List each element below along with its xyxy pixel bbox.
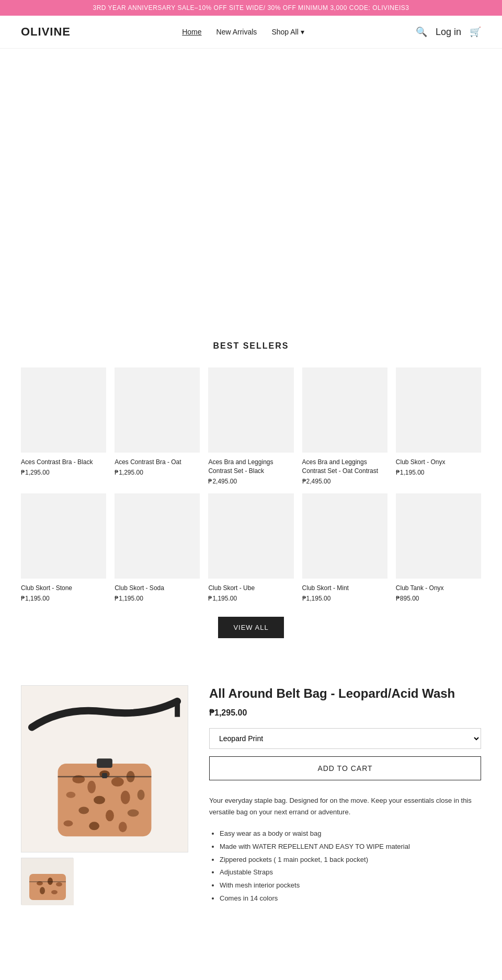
logo[interactable]: OLIVINE — [21, 25, 71, 39]
chevron-down-icon: ▾ — [301, 28, 304, 36]
svg-point-11 — [106, 810, 114, 821]
product-price: ₱895.00 — [396, 595, 481, 602]
product-description: Your everyday staple bag. Designed for o… — [209, 795, 481, 818]
featured-product-section: All Around Belt Bag - Leopard/Acid Wash … — [0, 675, 502, 926]
best-sellers-section: BEST SELLERS Aces Contrast Bra - Black ₱… — [0, 320, 502, 675]
svg-point-12 — [128, 809, 139, 816]
product-name: Aces Bra and Leggings Contrast Set - Bla… — [208, 458, 293, 476]
product-image — [208, 493, 293, 579]
svg-point-3 — [87, 781, 96, 793]
featured-images — [21, 685, 188, 905]
product-name: Club Skort - Onyx — [396, 458, 481, 467]
products-grid: Aces Contrast Bra - Black ₱1,295.00 Aces… — [21, 367, 481, 602]
product-features: Easy wear as a body or waist bagMade wit… — [209, 827, 481, 905]
feature-item-4: With mesh interior pockets — [220, 879, 481, 892]
feature-item-5: Comes in 14 colors — [220, 892, 481, 905]
svg-point-5 — [111, 777, 124, 787]
product-price: ₱1,195.00 — [396, 469, 481, 476]
nav-new-arrivals[interactable]: New Arrivals — [216, 28, 257, 36]
product-card-7[interactable]: Club Skort - Ube ₱1,195.00 — [208, 493, 293, 602]
product-name: Club Tank - Onyx — [396, 584, 481, 593]
product-name: Aces Contrast Bra - Oat — [115, 458, 200, 467]
add-to-cart-button[interactable]: ADD TO CART — [209, 756, 481, 780]
product-image — [396, 493, 481, 579]
announcement-text: 3RD YEAR ANNIVERSARY SALE–10% OFF SITE W… — [93, 4, 409, 11]
product-name: Aces Contrast Bra - Black — [21, 458, 106, 467]
svg-point-26 — [51, 890, 58, 894]
header-icons: 🔍 Log in 🛒 — [416, 26, 481, 38]
svg-point-25 — [40, 887, 45, 894]
product-image — [396, 367, 481, 453]
product-card-2[interactable]: Aces Bra and Leggings Contrast Set - Bla… — [208, 367, 293, 485]
svg-rect-19 — [97, 758, 112, 768]
svg-rect-18 — [102, 773, 107, 778]
svg-point-7 — [66, 792, 75, 798]
product-image — [208, 367, 293, 453]
product-card-1[interactable]: Aces Contrast Bra - Oat ₱1,295.00 — [115, 367, 200, 485]
feature-item-0: Easy wear as a body or waist bag — [220, 827, 481, 840]
product-card-4[interactable]: Club Skort - Onyx ₱1,195.00 — [396, 367, 481, 485]
product-price: ₱1,295.00 — [115, 469, 200, 476]
product-name: Club Skort - Mint — [302, 584, 387, 593]
product-image — [115, 367, 200, 453]
product-name: Club Skort - Stone — [21, 584, 106, 593]
nav-home[interactable]: Home — [182, 28, 201, 36]
product-card-6[interactable]: Club Skort - Soda ₱1,195.00 — [115, 493, 200, 602]
product-price: ₱2,495.00 — [208, 478, 293, 485]
product-price: ₱1,195.00 — [208, 595, 293, 602]
product-card-0[interactable]: Aces Contrast Bra - Black ₱1,295.00 — [21, 367, 106, 485]
svg-point-14 — [89, 822, 99, 830]
product-image — [21, 493, 106, 579]
product-name: Club Skort - Soda — [115, 584, 200, 593]
featured-thumbnail[interactable] — [21, 858, 73, 905]
main-nav: Home New Arrivals Shop All ▾ — [182, 28, 304, 36]
svg-point-10 — [78, 806, 89, 814]
nav-shop-all[interactable]: Shop All — [271, 28, 298, 36]
product-image — [302, 493, 387, 579]
product-price: ₱1,195.00 — [115, 595, 200, 602]
featured-details: All Around Belt Bag - Leopard/Acid Wash … — [209, 685, 481, 905]
svg-rect-21 — [29, 874, 66, 900]
product-price: ₱1,195.00 — [21, 595, 106, 602]
product-price: ₱1,195.00 — [302, 595, 387, 602]
svg-point-24 — [56, 882, 62, 886]
product-price: ₱2,495.00 — [302, 478, 387, 485]
variant-select[interactable]: Leopard Print Acid Wash — [209, 728, 481, 749]
feature-item-1: Made with WATER REPELLENT AND EASY TO WI… — [220, 840, 481, 854]
featured-product-title: All Around Belt Bag - Leopard/Acid Wash — [209, 685, 481, 701]
view-all-wrapper: VIEW ALL — [21, 617, 481, 638]
product-image — [21, 367, 106, 453]
svg-point-13 — [63, 820, 73, 826]
svg-point-15 — [119, 822, 127, 832]
product-card-5[interactable]: Club Skort - Stone ₱1,195.00 — [21, 493, 106, 602]
nav-shop-all-wrapper: Shop All ▾ — [271, 28, 304, 36]
feature-item-2: Zippered pockets ( 1 main pocket, 1 back… — [220, 854, 481, 867]
svg-point-23 — [48, 878, 53, 885]
header: OLIVINE Home New Arrivals Shop All ▾ 🔍 L… — [0, 16, 502, 49]
login-link[interactable]: Log in — [436, 27, 461, 38]
best-sellers-title: BEST SELLERS — [21, 341, 481, 351]
product-card-9[interactable]: Club Tank - Onyx ₱895.00 — [396, 493, 481, 602]
svg-point-8 — [94, 795, 105, 804]
product-name: Aces Bra and Leggings Contrast Set - Oat… — [302, 458, 387, 476]
view-all-button[interactable]: VIEW ALL — [218, 617, 283, 638]
product-image — [302, 367, 387, 453]
product-image — [115, 493, 200, 579]
svg-point-9 — [121, 791, 130, 804]
product-card-8[interactable]: Club Skort - Mint ₱1,195.00 — [302, 493, 387, 602]
svg-point-16 — [138, 790, 145, 800]
product-name: Club Skort - Ube — [208, 584, 293, 593]
featured-product-price: ₱1,295.00 — [209, 708, 481, 718]
product-price: ₱1,295.00 — [21, 469, 106, 476]
announcement-bar: 3RD YEAR ANNIVERSARY SALE–10% OFF SITE W… — [0, 0, 502, 16]
hero-section — [0, 49, 502, 320]
product-card-3[interactable]: Aces Bra and Leggings Contrast Set - Oat… — [302, 367, 387, 485]
search-icon[interactable]: 🔍 — [416, 26, 427, 38]
featured-main-image — [21, 685, 188, 852]
feature-item-3: Adjustable Straps — [220, 866, 481, 879]
cart-icon[interactable]: 🛒 — [470, 26, 481, 38]
